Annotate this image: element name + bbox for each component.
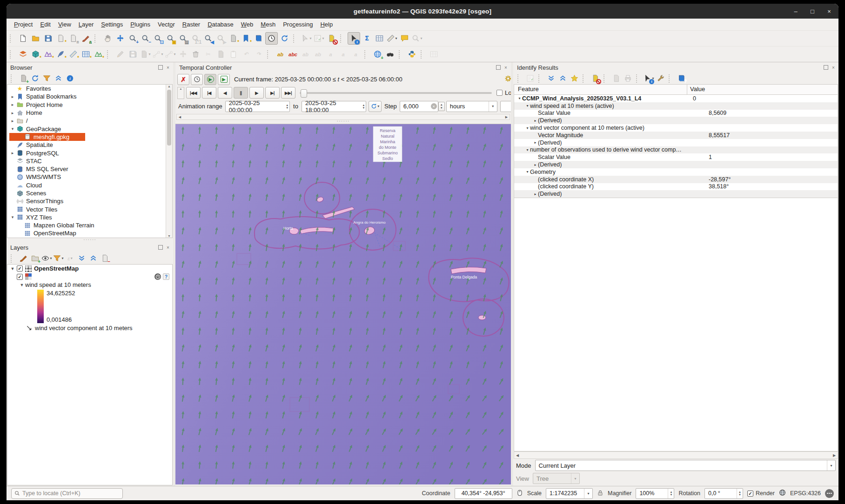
rotation-spinner[interactable]: 0,0 °▲▼ [704, 488, 743, 499]
menu-help[interactable]: Help [316, 20, 336, 29]
select-features-icon[interactable]: ▾ [301, 33, 312, 44]
zoom-search-icon[interactable]: ▾ [411, 33, 423, 44]
expander-icon[interactable]: ▸ [9, 119, 16, 123]
layer-row-openstreetmap[interactable]: ▼ ✓ OpenStreetMap [7, 265, 172, 273]
filter-legend-icon[interactable]: ▾ [53, 253, 64, 264]
expander-icon[interactable]: ▸ [9, 94, 16, 99]
identify-row[interactable]: ▸(Derived) [514, 117, 838, 124]
metasearch-icon[interactable]: + [372, 48, 383, 60]
expander-icon[interactable]: ▾ [525, 104, 530, 108]
coordinate-input[interactable]: 40,354° -24,953° [455, 488, 512, 499]
menu-edit[interactable]: Edit [36, 20, 54, 29]
zoom-in-icon[interactable]: + [127, 33, 139, 44]
menu-processing[interactable]: Processing [279, 20, 316, 29]
pin-labels-icon[interactable]: ab [300, 48, 311, 60]
legend-vector-row[interactable]: wind vector component at 10 meters [7, 324, 172, 332]
collapse-tree-icon[interactable] [557, 73, 568, 84]
manage-map-themes-icon[interactable]: ▾ [41, 253, 52, 264]
save-project-icon[interactable] [42, 33, 54, 44]
identify-row[interactable]: Scalar Value1 [514, 153, 838, 161]
expander-icon[interactable]: ▸ [9, 102, 16, 107]
browser-item-favorites[interactable]: ★Favorites [7, 85, 166, 93]
map-tips-icon[interactable] [399, 33, 410, 44]
copy-feature-icon[interactable] [611, 73, 622, 84]
feature-column-header[interactable]: Feature [514, 85, 687, 94]
expander-icon[interactable]: ▼ [9, 266, 16, 271]
paste-features-icon[interactable] [228, 48, 239, 60]
identify-features-icon[interactable]: i [348, 32, 360, 45]
style-manager-icon[interactable]: a [80, 33, 92, 44]
float-panel-icon[interactable] [158, 65, 163, 70]
range-start-input[interactable]: 2025-03-25 00:00:00▲▼ [225, 101, 290, 112]
expander-icon[interactable]: ▾ [9, 126, 16, 131]
identify-row[interactable]: ▸(Derived) [514, 139, 838, 146]
change-label-icon[interactable]: a [350, 48, 362, 60]
zoom-full-extent-icon[interactable]: ⊡ [152, 33, 164, 44]
copy-features-icon[interactable] [215, 48, 227, 60]
view-select[interactable]: Tree▾ [533, 473, 580, 484]
identify-row[interactable]: ▾wind speed at 10 meters (active) [514, 102, 838, 110]
print-response-icon[interactable] [623, 73, 633, 84]
layer-labeling-icon[interactable]: ab [275, 48, 286, 60]
menu-web[interactable]: Web [237, 20, 257, 29]
browser-item-cloud[interactable]: ☁Cloud [7, 181, 166, 189]
maximize-button[interactable]: □ [809, 8, 816, 15]
identify-row[interactable]: ▾wind vector component at 10 meters (act… [514, 124, 838, 132]
step-unit-select[interactable]: hours▾ [446, 101, 497, 112]
clipped-widget[interactable] [500, 101, 511, 112]
expander-icon[interactable]: ▾ [9, 215, 16, 219]
toggle-editing-icon[interactable] [114, 48, 126, 60]
browser-item-postgresql[interactable]: ▸PostgreSQL [7, 149, 166, 157]
new-temporary-scratch-layer-icon[interactable]: * [67, 48, 79, 60]
identify-row[interactable]: (clicked coordinate Y)38,518° [514, 183, 838, 191]
browser-item-scenes[interactable]: Scenes [7, 189, 166, 197]
map-canvas[interactable]: Reserva Natural Marinha do Monte Submari… [175, 124, 511, 486]
open-attribute-table-icon[interactable] [374, 33, 385, 44]
float-panel-icon[interactable] [824, 65, 828, 70]
new-spatialite-layer-icon[interactable]: * [55, 48, 67, 60]
clear-results-icon[interactable] [590, 73, 601, 84]
remove-layer-icon[interactable]: − [100, 253, 110, 264]
expander-icon[interactable]: ▸ [9, 111, 16, 115]
question-indicator-icon[interactable]: ? [163, 273, 169, 280]
identify-row[interactable]: ▸(Derived) [514, 161, 838, 168]
fixed-range-mode-button[interactable] [191, 74, 203, 85]
add-selected-layers-icon[interactable]: + [18, 73, 29, 84]
expander-icon[interactable]: ▸ [533, 119, 538, 123]
pan-to-selection-icon[interactable] [114, 33, 126, 44]
step-value-input[interactable]: 6,000× [400, 101, 438, 112]
expander-icon[interactable]: ▾ [525, 170, 530, 174]
delete-selected-icon[interactable] [190, 48, 201, 60]
add-feature-icon[interactable]: ▾ [152, 48, 164, 60]
close-panel-icon[interactable]: × [831, 65, 836, 70]
identify-hscrollbar[interactable]: ◀▶ [514, 451, 838, 459]
temporal-controller-icon[interactable] [265, 32, 278, 45]
float-panel-icon[interactable] [496, 65, 501, 70]
move-label-icon[interactable]: a [325, 48, 336, 60]
new-virtual-layer-icon[interactable]: * [80, 48, 92, 60]
layer-checkbox[interactable]: ✓ [17, 265, 23, 272]
menu-database[interactable]: Database [204, 20, 237, 29]
close-button[interactable]: × [825, 8, 833, 15]
play-backward-button[interactable]: ◀ [218, 87, 232, 99]
browser-scrollbar[interactable]: ▲▼ [166, 85, 172, 238]
play-forward-button[interactable]: ▶ [249, 87, 264, 99]
identify-row[interactable]: (clicked coordinate X)-28,597° [514, 176, 838, 183]
show-layout-manager-icon[interactable]: ≡ [67, 33, 79, 44]
open-project-icon[interactable] [30, 33, 41, 44]
new-map-view-icon[interactable]: * [228, 33, 239, 44]
add-group-icon[interactable]: + [30, 253, 40, 264]
menu-project[interactable]: Project [10, 20, 36, 29]
temporal-slider[interactable] [300, 92, 492, 94]
expander-icon[interactable]: ▼ [9, 274, 16, 279]
render-checkbox[interactable]: ✓Render [747, 490, 775, 497]
identify-row[interactable]: ▾number of observations used to derive w… [514, 146, 838, 154]
browser-item-xyz-tiles[interactable]: ▾XYZ Tiles [7, 213, 166, 221]
menu-layer[interactable]: Layer [75, 20, 98, 29]
menu-raster[interactable]: Raster [179, 20, 204, 29]
pan-map-icon[interactable] [102, 33, 114, 44]
vertex-tool-icon[interactable]: ▾ [165, 48, 176, 60]
browser-properties-icon[interactable] [65, 73, 75, 84]
minimize-button[interactable]: – [792, 8, 799, 15]
current-edits-icon[interactable]: ▾ [140, 48, 151, 60]
